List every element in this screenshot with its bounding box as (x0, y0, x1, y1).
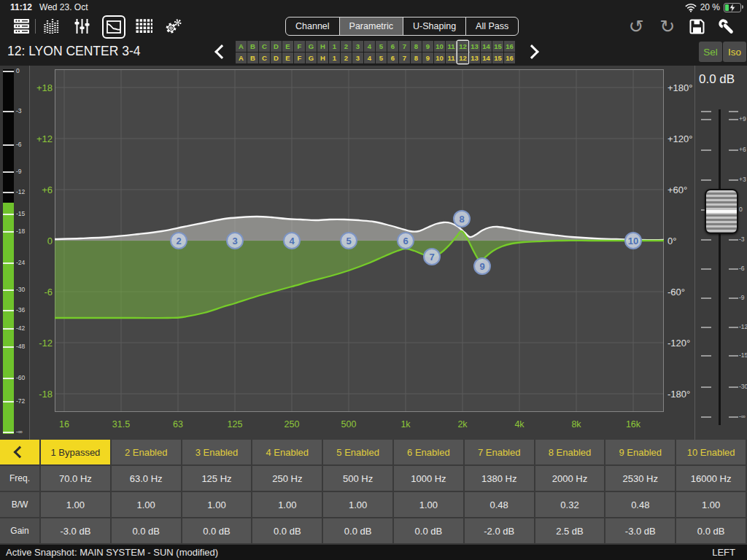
channel-cell-a-5[interactable]: 5 (376, 41, 387, 52)
channel-cell-b-8[interactable]: 8 (411, 52, 422, 63)
band-header-10[interactable]: 10 Enabled (676, 440, 747, 466)
channel-cell-a-E[interactable]: E (282, 41, 293, 52)
channel-cell-a-10[interactable]: 10 (434, 41, 445, 52)
band-header-3[interactable]: 3 Enabled (182, 440, 253, 466)
channel-cell-b-14[interactable]: 14 (481, 52, 492, 63)
band-gain-9[interactable]: -3.0 dB (605, 518, 676, 545)
channel-cell-a-A[interactable]: A (236, 41, 247, 52)
channel-cell-b-3[interactable]: 3 (352, 52, 363, 63)
channel-cell-b-4[interactable]: 4 (364, 52, 375, 63)
band-bw-7[interactable]: 0.48 (465, 492, 535, 518)
channel-cell-a-11[interactable]: 11 (446, 41, 457, 52)
gain-fader-track[interactable] (719, 109, 721, 425)
band-freq-3[interactable]: 125 Hz (182, 466, 253, 492)
channel-cell-b-11[interactable]: 11 (446, 52, 457, 63)
prev-channel-button[interactable] (212, 42, 231, 61)
tab-parametric[interactable]: Parametric (339, 18, 403, 35)
channel-cell-a-7[interactable]: 7 (399, 41, 410, 52)
band-freq-5[interactable]: 500 Hz (323, 466, 394, 492)
redo-icon[interactable]: ↻ (657, 15, 678, 38)
eq-band-handle-7[interactable]: 7 (424, 249, 440, 265)
band-bw-5[interactable]: 1.00 (323, 492, 394, 518)
channel-cell-a-3[interactable]: 3 (352, 41, 363, 52)
eq-plot[interactable]: 2345678910 (55, 69, 664, 412)
channel-cell-b-5[interactable]: 5 (376, 52, 387, 63)
channel-cell-a-B[interactable]: B (247, 41, 258, 52)
channel-cell-b-15[interactable]: 15 (492, 52, 503, 63)
band-gain-1[interactable]: -3.0 dB (41, 518, 112, 545)
band-header-6[interactable]: 6 Enabled (394, 440, 465, 466)
channel-cell-b-1[interactable]: 1 (329, 52, 340, 63)
undo-icon[interactable]: ↺ (626, 15, 646, 38)
band-gain-8[interactable]: 2.5 dB (535, 518, 606, 545)
eq-band-handle-2[interactable]: 2 (171, 233, 187, 249)
channel-cell-a-1[interactable]: 1 (329, 41, 340, 52)
channel-cell-b-B[interactable]: B (247, 52, 258, 63)
band-header-4[interactable]: 4 Enabled (252, 440, 323, 466)
channel-cell-b-10[interactable]: 10 (434, 52, 445, 63)
channel-cell-a-4[interactable]: 4 (364, 41, 375, 52)
faders-icon[interactable] (73, 17, 92, 36)
band-gain-4[interactable]: 0.0 dB (252, 518, 323, 545)
channel-cell-b-D[interactable]: D (271, 52, 282, 63)
channel-cell-b-6[interactable]: 6 (387, 52, 398, 63)
band-bw-4[interactable]: 1.00 (252, 492, 323, 518)
channel-cell-a-13[interactable]: 13 (469, 41, 480, 52)
band-header-8[interactable]: 8 Enabled (535, 440, 606, 466)
band-freq-4[interactable]: 250 Hz (252, 466, 323, 492)
band-freq-8[interactable]: 2000 Hz (535, 466, 606, 492)
channel-cell-a-D[interactable]: D (271, 41, 282, 52)
band-bw-10[interactable]: 1.00 (676, 492, 747, 518)
tab-u-shaping[interactable]: U-Shaping (403, 18, 465, 35)
wrench-icon[interactable] (716, 17, 735, 36)
next-channel-button[interactable] (522, 42, 541, 61)
channel-cell-a-12[interactable]: 12 (457, 41, 468, 52)
band-bw-1[interactable]: 1.00 (41, 492, 112, 518)
channel-cell-a-15[interactable]: 15 (492, 41, 503, 52)
channel-cell-b-A[interactable]: A (236, 52, 247, 63)
band-freq-9[interactable]: 2530 Hz (605, 466, 676, 492)
channel-cell-b-C[interactable]: C (259, 52, 270, 63)
channel-cell-a-C[interactable]: C (259, 41, 270, 52)
channel-cell-a-9[interactable]: 9 (422, 41, 433, 52)
channel-cell-b-F[interactable]: F (294, 52, 305, 63)
band-bw-6[interactable]: 1.00 (394, 492, 465, 518)
gain-fader-knob[interactable] (705, 189, 738, 234)
channel-cell-b-G[interactable]: G (306, 52, 317, 63)
band-header-2[interactable]: 2 Enabled (112, 440, 182, 466)
eq-band-handle-10[interactable]: 10 (625, 233, 641, 249)
eq-band-handle-9[interactable]: 9 (474, 258, 490, 274)
channel-cell-a-2[interactable]: 2 (341, 41, 352, 52)
band-header-7[interactable]: 7 Enabled (465, 440, 535, 466)
channel-cell-b-7[interactable]: 7 (399, 52, 410, 63)
band-table-collapse-button[interactable] (0, 440, 41, 466)
band-bw-2[interactable]: 1.00 (112, 492, 182, 518)
band-gain-3[interactable]: 0.0 dB (182, 518, 253, 545)
band-header-9[interactable]: 9 Enabled (605, 440, 676, 466)
band-freq-2[interactable]: 63.0 Hz (112, 466, 182, 492)
channel-cell-a-8[interactable]: 8 (411, 41, 422, 52)
channel-cell-a-F[interactable]: F (294, 41, 305, 52)
channel-cell-a-H[interactable]: H (317, 41, 328, 52)
band-bw-3[interactable]: 1.00 (182, 492, 253, 518)
band-freq-6[interactable]: 1000 Hz (394, 466, 465, 492)
band-gain-5[interactable]: 0.0 dB (323, 518, 394, 545)
band-gain-2[interactable]: 0.0 dB (112, 518, 182, 545)
channel-cell-a-G[interactable]: G (306, 41, 317, 52)
band-bw-8[interactable]: 0.32 (535, 492, 606, 518)
band-gain-10[interactable]: 0.0 dB (676, 518, 747, 545)
channel-cell-b-9[interactable]: 9 (422, 52, 433, 63)
band-freq-10[interactable]: 16000 Hz (676, 466, 747, 492)
channel-cell-a-6[interactable]: 6 (387, 41, 398, 52)
channel-cell-a-14[interactable]: 14 (481, 41, 492, 52)
channel-cell-b-16[interactable]: 16 (504, 52, 515, 63)
save-icon[interactable] (687, 17, 706, 36)
band-gain-6[interactable]: 0.0 dB (394, 518, 465, 545)
channel-cell-a-16[interactable]: 16 (504, 41, 515, 52)
settings-gears-icon[interactable] (163, 17, 182, 36)
eq-band-handle-3[interactable]: 3 (227, 233, 243, 249)
channel-cell-b-H[interactable]: H (317, 52, 328, 63)
channel-cell-b-13[interactable]: 13 (469, 52, 480, 63)
channel-cell-b-2[interactable]: 2 (341, 52, 352, 63)
eq-band-handle-6[interactable]: 6 (398, 233, 414, 249)
